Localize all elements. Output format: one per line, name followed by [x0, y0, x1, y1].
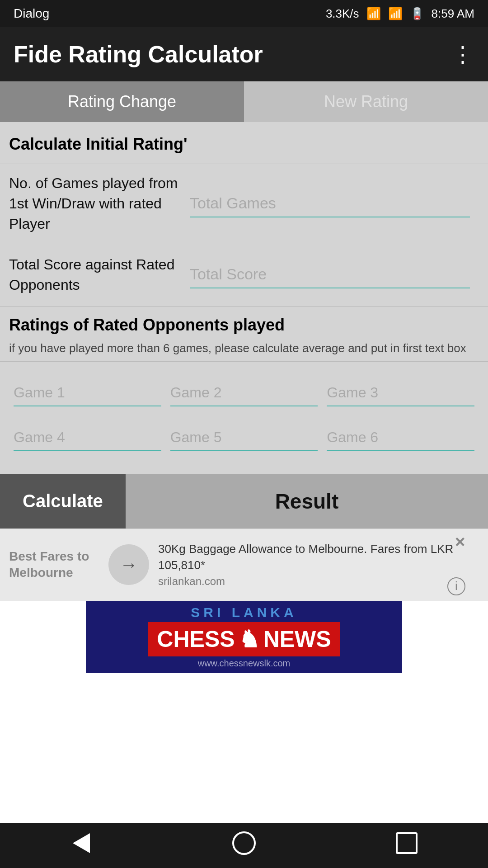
game2-input[interactable]	[170, 380, 318, 406]
ad-info-button[interactable]: i	[447, 577, 465, 595]
game3-input[interactable]	[327, 380, 474, 406]
time: 8:59 AM	[432, 7, 474, 21]
menu-dots-button[interactable]: ⋮	[452, 42, 474, 67]
recent-button[interactable]	[389, 827, 425, 863]
tab-new-rating[interactable]: New Rating	[244, 81, 488, 122]
games-grid	[0, 362, 488, 474]
total-score-input[interactable]	[190, 261, 470, 288]
ratings-subtitle: if you have played more than 6 games, pl…	[9, 340, 479, 356]
game4-input[interactable]	[14, 425, 161, 451]
chess-text: CHESS	[157, 626, 235, 652]
ad-arrow-icon: →	[120, 555, 138, 575]
game1-wrapper	[9, 371, 166, 415]
result-label: Result	[275, 489, 339, 514]
ad-main-text: 30Kg Baggage Allowance to Melbourne. Far…	[158, 541, 479, 589]
status-bar-right: 3.3K/s 📶 📶 🪫 8:59 AM	[326, 7, 474, 21]
result-area: Result	[126, 489, 488, 514]
game6-input[interactable]	[327, 425, 474, 451]
total-score-input-wrapper	[181, 261, 479, 288]
total-games-input-wrapper	[181, 190, 479, 217]
section-header: Calculate Initial Rating'	[0, 122, 488, 164]
ad-arrow-circle[interactable]: →	[108, 544, 149, 585]
tabs-container: Rating Change New Rating	[0, 81, 488, 122]
status-app-name: Dialog	[14, 6, 49, 21]
game3-wrapper	[322, 371, 479, 415]
ad-info-icon: i	[455, 579, 458, 593]
signal-icon: 📶	[388, 7, 403, 21]
recent-icon	[396, 832, 418, 859]
bottom-nav	[0, 823, 488, 868]
game6-wrapper	[322, 415, 479, 460]
chess-news-banner: SRI LANKA CHESS ♞ NEWS www.chessnewslk.c…	[0, 601, 488, 673]
ad-left-text: Best Fares to Melbourne	[9, 548, 99, 581]
wifi-icon: 📶	[366, 7, 381, 21]
game2-wrapper	[166, 371, 323, 415]
total-games-label: No. of Games played from 1st Win/Draw wi…	[9, 173, 181, 234]
ad-close-button[interactable]: ✕	[454, 534, 465, 550]
game1-input[interactable]	[14, 380, 161, 406]
ad-banner: Best Fares to Melbourne → 30Kg Baggage A…	[0, 528, 488, 601]
total-score-label: Total Score against Rated Opponents	[9, 255, 181, 295]
main-content: Calculate Initial Rating' No. of Games p…	[0, 122, 488, 673]
home-button[interactable]	[226, 827, 262, 863]
back-icon	[73, 833, 90, 858]
game5-input[interactable]	[170, 425, 318, 451]
game4-wrapper	[9, 415, 166, 460]
back-button[interactable]	[63, 827, 99, 863]
game5-wrapper	[166, 415, 323, 460]
ad-url: srilankan.com	[158, 574, 479, 589]
ratings-section: Ratings of Rated Opponents played if you…	[0, 307, 488, 361]
chess-news-url: www.chessnewslk.com	[198, 658, 291, 669]
network-speed: 3.3K/s	[326, 7, 359, 21]
battery-icon: 🪫	[410, 7, 424, 21]
ratings-title: Ratings of Rated Opponents played	[9, 316, 479, 335]
remaining-space	[0, 673, 488, 823]
tab-rating-change[interactable]: Rating Change	[0, 81, 244, 122]
section-header-text: Calculate Initial Rating'	[9, 135, 188, 153]
total-games-input[interactable]	[190, 190, 470, 217]
sri-lanka-text: SRI LANKA	[191, 605, 297, 620]
total-score-row: Total Score against Rated Opponents	[0, 243, 488, 307]
news-text: NEWS	[263, 626, 331, 652]
ad-main-copy: 30Kg Baggage Allowance to Melbourne. Far…	[158, 541, 479, 574]
chess-knight-icon: ♞	[239, 626, 260, 653]
home-icon	[232, 831, 256, 859]
chess-news-text: CHESS ♞ NEWS	[148, 622, 340, 656]
total-games-row: No. of Games played from 1st Win/Draw wi…	[0, 164, 488, 243]
status-bar: Dialog 3.3K/s 📶 📶 🪫 8:59 AM	[0, 0, 488, 27]
app-bar: Fide Rating Calculator ⋮	[0, 27, 488, 81]
calculate-row: Calculate Result	[0, 474, 488, 528]
app-title: Fide Rating Calculator	[14, 41, 263, 68]
calculate-button[interactable]: Calculate	[0, 474, 126, 528]
